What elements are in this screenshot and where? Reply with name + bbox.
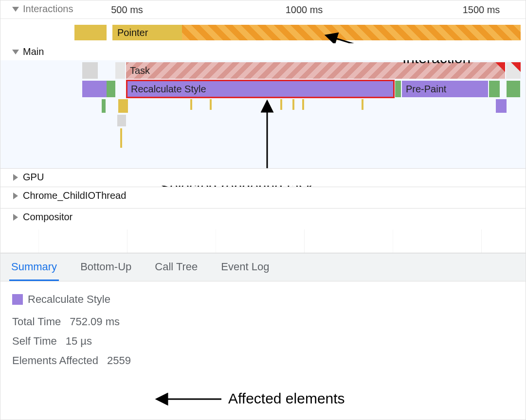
tab-call-tree[interactable]: Call Tree xyxy=(155,261,198,280)
long-task-marker-icon xyxy=(511,62,521,72)
green-seg[interactable] xyxy=(107,81,115,97)
yellow-tick xyxy=(120,128,122,148)
childio-label: Chrome_ChildIOThread xyxy=(23,190,126,201)
total-time-value: 752.09 ms xyxy=(70,315,120,328)
purple-seg[interactable] xyxy=(82,81,107,97)
summary-body: Recalculate Style Total Time 752.09 ms S… xyxy=(0,281,526,385)
summary-title: Recalculate Style xyxy=(28,293,110,306)
pointer-bar[interactable]: Pointer xyxy=(112,25,182,40)
tab-bottom-up[interactable]: Bottom-Up xyxy=(80,261,131,280)
compositor-label: Compositor xyxy=(23,211,73,223)
yellow-tick xyxy=(292,99,294,110)
task-seg-small[interactable] xyxy=(82,62,98,79)
pointer-label: Pointer xyxy=(117,27,148,38)
total-time-label: Total Time xyxy=(12,315,61,328)
yellow-tick xyxy=(362,99,363,110)
task-label: Task xyxy=(130,65,150,76)
gpu-label: GPU xyxy=(23,172,44,183)
main-track-header[interactable]: Main xyxy=(0,43,526,60)
self-time-value: 15 µs xyxy=(66,335,92,348)
interactions-track-header[interactable]: Interactions xyxy=(0,0,78,18)
self-time-label: Self Time xyxy=(12,335,57,348)
tab-summary[interactable]: Summary xyxy=(11,261,57,280)
caret-right-icon xyxy=(13,214,18,221)
long-task-marker-icon xyxy=(495,62,505,72)
elements-affected-label: Elements Affected xyxy=(12,354,98,367)
tab-event-log[interactable]: Event Log xyxy=(221,261,269,280)
yellow-tick xyxy=(280,99,282,110)
caret-right-icon xyxy=(13,192,18,199)
ruler-tick: 1000 ms xyxy=(286,4,323,16)
interactions-label: Interactions xyxy=(23,3,73,15)
details-tabs: Summary Bottom-Up Call Tree Event Log xyxy=(0,253,526,281)
yellow-tick xyxy=(210,99,212,110)
yellow-tick xyxy=(302,99,304,110)
time-ruler: Interactions 500 ms 1000 ms 1500 ms xyxy=(0,0,526,19)
yellow-seg[interactable] xyxy=(118,99,128,113)
ruler-tick: 500 ms xyxy=(111,4,143,16)
gpu-track: GPU xyxy=(0,168,526,187)
ruler-tick: 1500 ms xyxy=(463,4,500,16)
purple-seg[interactable] xyxy=(496,99,507,113)
main-track: Main Task Recalculate Style xyxy=(0,43,526,168)
interactions-track: Pointer xyxy=(0,19,526,43)
caret-down-icon xyxy=(12,50,19,54)
gpu-track-header[interactable]: GPU xyxy=(0,168,526,186)
recalculate-style-bar[interactable]: Recalculate Style xyxy=(127,81,394,97)
summary-color-swatch xyxy=(12,294,23,305)
yellow-tick xyxy=(190,99,192,110)
compositor-track-header[interactable]: Compositor xyxy=(0,208,526,226)
task-seg-end[interactable] xyxy=(506,62,521,79)
pointer-bar-striped[interactable] xyxy=(182,25,521,40)
main-label: Main xyxy=(23,46,44,57)
compositor-track: Compositor xyxy=(0,208,526,229)
caret-down-icon xyxy=(12,7,19,12)
task-bar[interactable]: Task xyxy=(126,62,505,79)
childio-track: Chrome_ChildIOThread xyxy=(0,187,526,208)
prepaint-label: Pre-Paint xyxy=(406,84,446,95)
details-panel: Summary Bottom-Up Call Tree Event Log Re… xyxy=(0,253,526,420)
green-seg-thin[interactable] xyxy=(102,99,106,113)
caret-right-icon xyxy=(13,174,18,181)
green-seg[interactable] xyxy=(489,81,500,97)
green-seg[interactable] xyxy=(507,81,520,97)
childio-track-header[interactable]: Chrome_ChildIOThread xyxy=(0,187,526,204)
grey-seg-small[interactable] xyxy=(117,115,126,126)
pointer-start-segment[interactable] xyxy=(74,25,107,40)
green-seg[interactable] xyxy=(395,81,401,97)
task-seg-small[interactable] xyxy=(115,62,125,79)
prepaint-bar[interactable]: Pre-Paint xyxy=(402,81,488,97)
recalc-label: Recalculate Style xyxy=(131,84,206,95)
elements-affected-value: 2559 xyxy=(107,354,131,367)
